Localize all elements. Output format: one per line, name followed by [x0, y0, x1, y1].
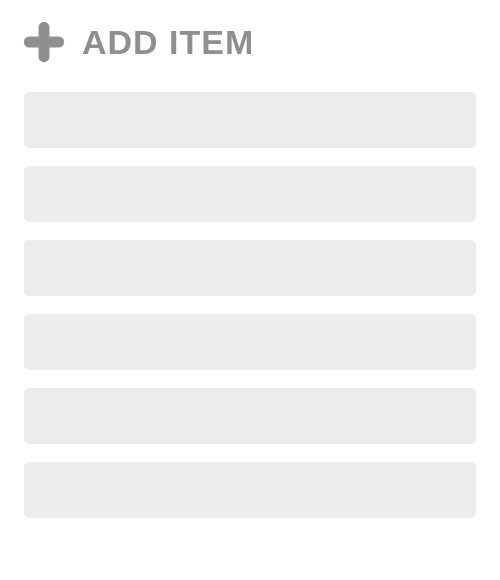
plus-icon	[22, 20, 66, 64]
list-item[interactable]	[24, 240, 476, 296]
list-item[interactable]	[24, 314, 476, 370]
list-item[interactable]	[24, 462, 476, 518]
list-item[interactable]	[24, 166, 476, 222]
list-item[interactable]	[24, 92, 476, 148]
list-item[interactable]	[24, 388, 476, 444]
item-list	[20, 92, 480, 518]
add-item-button[interactable]: ADD ITEM	[20, 20, 480, 64]
add-item-label: ADD ITEM	[82, 23, 254, 62]
